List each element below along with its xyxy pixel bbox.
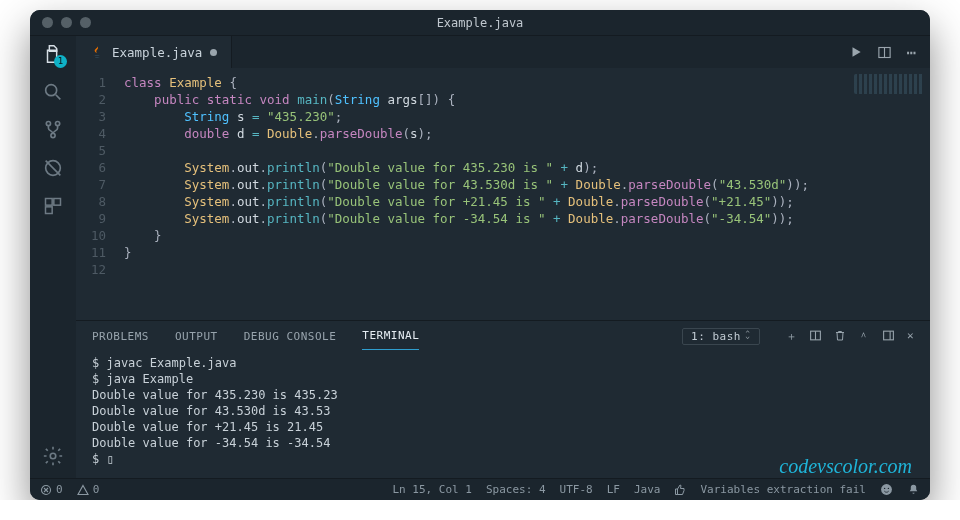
run-icon[interactable] (849, 45, 863, 59)
terminal-line: $ java Example (92, 371, 914, 387)
terminal-line: Double value for -34.54 is -34.54 (92, 435, 914, 451)
maximize-panel-icon[interactable]: ＾ (858, 329, 870, 344)
status-tail[interactable]: Variables extraction fail (700, 483, 866, 496)
status-warnings[interactable]: 0 (77, 483, 100, 496)
watermark-text: codevscolor.com (779, 458, 912, 474)
terminal-line: $ javac Example.java (92, 355, 914, 371)
tab-bar: Example.java ⋯ (76, 36, 930, 68)
svg-point-1 (46, 121, 50, 125)
more-icon[interactable]: ⋯ (906, 43, 918, 62)
status-feedback-icon[interactable] (880, 483, 893, 496)
minimap[interactable] (854, 74, 924, 94)
line-numbers: 123456789101112 (76, 68, 116, 320)
scm-icon[interactable] (41, 118, 65, 142)
java-file-icon (90, 45, 104, 59)
bottom-panel: PROBLEMS OUTPUT DEBUG CONSOLE TERMINAL 1… (76, 320, 930, 478)
status-errors[interactable]: 0 (40, 483, 63, 496)
explorer-icon[interactable]: 1 (41, 42, 65, 66)
svg-rect-5 (46, 199, 53, 206)
kill-terminal-icon[interactable] (834, 329, 846, 344)
svg-point-13 (881, 484, 892, 495)
panel-tab-output[interactable]: OUTPUT (175, 323, 218, 350)
split-editor-icon[interactable] (877, 45, 892, 60)
svg-rect-11 (884, 331, 894, 340)
status-eol[interactable]: LF (607, 483, 620, 496)
svg-point-3 (51, 133, 55, 137)
workbench: 1 Example.java (30, 36, 930, 478)
toggle-panel-icon[interactable] (882, 329, 895, 344)
activity-bar: 1 (30, 36, 76, 478)
status-lang[interactable]: Java (634, 483, 661, 496)
status-spaces[interactable]: Spaces: 4 (486, 483, 546, 496)
explorer-badge: 1 (54, 55, 67, 68)
terminal-selector[interactable]: 1: bash (682, 328, 760, 345)
panel-tab-debug[interactable]: DEBUG CONSOLE (244, 323, 337, 350)
tab-label: Example.java (112, 45, 202, 60)
status-bar: 0 0 Ln 15, Col 1 Spaces: 4 UTF-8 LF Java… (30, 478, 930, 500)
panel-tab-problems[interactable]: PROBLEMS (92, 323, 149, 350)
dirty-indicator-icon (210, 49, 217, 56)
terminal-view[interactable]: $ javac Example.java$ java ExampleDouble… (76, 351, 930, 478)
settings-gear-icon[interactable] (41, 444, 65, 468)
close-panel-icon[interactable]: ✕ (907, 329, 914, 344)
status-thumbs-icon[interactable] (674, 484, 686, 496)
terminal-line: Double value for +21.45 is 21.45 (92, 419, 914, 435)
extensions-icon[interactable] (41, 194, 65, 218)
editor-actions: ⋯ (849, 36, 930, 68)
code-area[interactable]: class Example { public static void main(… (116, 68, 930, 320)
svg-point-2 (55, 121, 59, 125)
new-terminal-icon[interactable]: ＋ (786, 329, 798, 344)
editor-window: Example.java 1 (30, 10, 930, 500)
status-cursor[interactable]: Ln 15, Col 1 (392, 483, 471, 496)
terminal-line: Double value for 43.530d is 43.53 (92, 403, 914, 419)
titlebar[interactable]: Example.java (30, 10, 930, 36)
svg-point-0 (46, 85, 57, 96)
search-icon[interactable] (41, 80, 65, 104)
svg-rect-7 (46, 207, 53, 214)
terminal-line: Double value for 435.230 is 435.23 (92, 387, 914, 403)
window-title: Example.java (30, 16, 930, 30)
editor-group: Example.java ⋯ 123456789101112 class Exa… (76, 36, 930, 478)
svg-rect-6 (54, 199, 61, 206)
tab-example-java[interactable]: Example.java (76, 36, 232, 68)
debug-icon[interactable] (41, 156, 65, 180)
panel-tab-terminal[interactable]: TERMINAL (362, 322, 419, 350)
status-bell-icon[interactable] (907, 483, 920, 496)
code-editor[interactable]: 123456789101112 class Example { public s… (76, 68, 930, 320)
svg-point-8 (50, 453, 56, 459)
status-encoding[interactable]: UTF-8 (560, 483, 593, 496)
svg-point-14 (884, 488, 885, 489)
svg-point-15 (888, 488, 889, 489)
panel-tabs: PROBLEMS OUTPUT DEBUG CONSOLE TERMINAL 1… (76, 321, 930, 351)
split-terminal-icon[interactable] (809, 329, 822, 344)
